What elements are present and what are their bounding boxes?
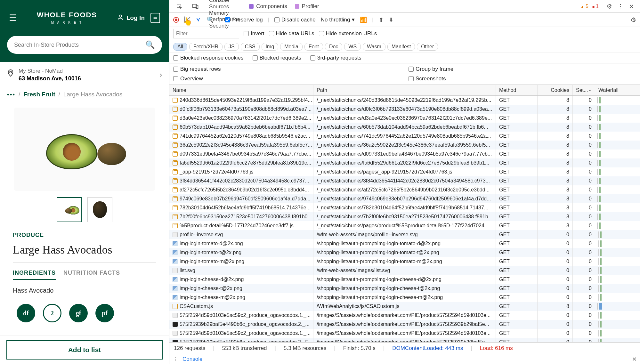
- warnings-count[interactable]: 5: [580, 4, 588, 9]
- blocked-response-cookies-checkbox[interactable]: Blocked response cookies: [173, 55, 244, 61]
- disable-cache-checkbox[interactable]: Disable cache: [274, 17, 316, 23]
- network-row[interactable]: 9749c069e83eb07b296d94760df2509606e1af4a…: [169, 194, 640, 203]
- tab-nutrition[interactable]: NUTRITION FACTS: [63, 270, 120, 280]
- network-row[interactable]: img-login-cheese-m@2x.png/shopping-list/…: [169, 293, 640, 302]
- network-row[interactable]: img-login-tomato-t@2x.png/shopping-list/…: [169, 248, 640, 257]
- network-row[interactable]: d097331ed9befa43467be0934b5a97c346c79aa7…: [169, 150, 640, 158]
- col-path[interactable]: Path: [313, 85, 496, 95]
- store-selector[interactable]: My Store - NoMad 63 Madison Ave, 10016 ›: [0, 62, 169, 88]
- drawer-console-tab[interactable]: Console: [182, 356, 202, 362]
- network-row[interactable]: _app-92191572d72e4fd07763.js/_next/stati…: [169, 167, 640, 176]
- filter-chip-other[interactable]: Other: [417, 43, 438, 51]
- file-type-icon: [173, 205, 178, 210]
- hide-extension-urls-checkbox[interactable]: Hide extension URLs: [319, 30, 377, 37]
- network-row[interactable]: CSACustom.js/WfmWebAnalytics/js/CSACusto…: [169, 302, 640, 311]
- network-row[interactable]: 782b30104d64f52b6fae4afd9bff5f7419b68514…: [169, 203, 640, 212]
- invert-checkbox[interactable]: Invert: [244, 30, 264, 37]
- filter-input[interactable]: [173, 29, 239, 38]
- col-method[interactable]: Method: [496, 85, 538, 95]
- network-table-body[interactable]: 240d336d8615de45093e2219f6ad199a7e32af19…: [169, 96, 640, 342]
- network-row[interactable]: list.svg/wfm-web-assets/images/list.svgG…: [169, 266, 640, 275]
- filter-chip-ws[interactable]: WS: [344, 43, 361, 51]
- network-row[interactable]: 60b573dab104add94bca59a62bdeb6beabdf671b…: [169, 123, 640, 132]
- network-row[interactable]: d0fc3f06b793133e60473a5190e808db88cf899d…: [169, 105, 640, 114]
- filter-chip-img[interactable]: Img: [262, 43, 279, 51]
- network-settings-icon[interactable]: ⚙: [630, 16, 636, 24]
- col-set-cookies[interactable]: Set...: [573, 85, 595, 95]
- col-waterfall[interactable]: Waterfall: [595, 85, 640, 95]
- breadcrumb-more[interactable]: •••: [7, 91, 15, 98]
- hide-data-urls-checkbox[interactable]: Hide data URLs: [269, 30, 314, 37]
- record-icon[interactable]: [173, 17, 179, 23]
- device-toolbar-icon[interactable]: [188, 0, 203, 12]
- shopping-list-icon[interactable]: [150, 13, 160, 23]
- hamburger-menu-icon[interactable]: ☰: [9, 13, 17, 23]
- filter-chip-media[interactable]: Media: [280, 43, 303, 51]
- network-row[interactable]: 575f25939b29baf5e4490b6c_produce_ogavoca…: [169, 320, 640, 329]
- filter-chip-css[interactable]: CSS: [241, 43, 260, 51]
- network-row[interactable]: fa6df5529d661a2022f9fd6cc27e875dd29bfea8…: [169, 158, 640, 167]
- third-party-requests-checkbox[interactable]: 3rd-party requests: [310, 55, 361, 61]
- thumbnail-2[interactable]: [87, 197, 112, 222]
- network-row[interactable]: 240d336d8615de45093e2219f6ad199a7e32af19…: [169, 96, 640, 105]
- login-button[interactable]: Log In: [117, 14, 145, 22]
- tab-ingredients[interactable]: INGREDIENTS: [13, 270, 56, 280]
- blocked-requests-checkbox[interactable]: Blocked requests: [253, 55, 301, 61]
- devtools-tab-sources[interactable]: Sources: [205, 4, 245, 10]
- search-icon[interactable]: 🔍: [145, 40, 155, 49]
- filter-chip-doc[interactable]: Doc: [325, 43, 342, 51]
- filter-funnel-icon[interactable]: ⛛: [196, 16, 201, 23]
- network-conditions-icon[interactable]: 📶: [360, 16, 367, 23]
- filter-chip-all[interactable]: All: [173, 43, 187, 51]
- network-row[interactable]: 3f84dd365441f442c02c2830d2c07504a349458c…: [169, 176, 640, 185]
- add-to-list-button[interactable]: Add to list: [6, 340, 163, 360]
- search-icon[interactable]: 🔍: [207, 16, 214, 23]
- network-row[interactable]: 575f2594d59d0103e5ac59c2_produce_ogavoca…: [169, 311, 640, 320]
- network-row[interactable]: 7b2f00fe6bc93150ea271523e501742760006438…: [169, 212, 640, 221]
- devtools-tab-console[interactable]: Console: [205, 0, 245, 4]
- preserve-log-checkbox[interactable]: Preserve log: [225, 17, 263, 23]
- filter-chip-js[interactable]: JS: [224, 43, 239, 51]
- col-cookies[interactable]: Cookies: [538, 85, 573, 95]
- overview-checkbox[interactable]: Overview: [173, 76, 401, 82]
- inspect-element-icon[interactable]: [172, 0, 187, 12]
- filter-chip-wasm[interactable]: Wasm: [363, 43, 385, 51]
- errors-count[interactable]: 1: [592, 4, 599, 9]
- search-bar[interactable]: 🔍: [7, 36, 162, 54]
- waterfall-bars: [597, 249, 638, 256]
- search-input[interactable]: [14, 42, 145, 48]
- network-row[interactable]: d3a0e423e0ec038236970a763142f201c7dc7ed6…: [169, 114, 640, 123]
- network-row[interactable]: %5Bproduct-detail%5D-177f224d70246eee3df…: [169, 221, 640, 230]
- network-row[interactable]: img-login-cheese-t@2x.png/shopping-list/…: [169, 284, 640, 293]
- group-by-frame-checkbox[interactable]: Group by frame: [409, 66, 636, 72]
- network-row[interactable]: 36a2c59022e2f3c945c4386c37eeaf59afa39559…: [169, 141, 640, 150]
- kebab-menu-icon[interactable]: ⋮: [617, 3, 624, 10]
- import-har-icon[interactable]: ⬆: [379, 16, 384, 23]
- big-request-rows-checkbox[interactable]: Big request rows: [173, 66, 401, 72]
- network-row[interactable]: img-login-cheese-d@2x.png/shopping-list/…: [169, 275, 640, 284]
- network-row[interactable]: af272c5cfc7265f5b2c8649b9b02d16f3c2e095c…: [169, 185, 640, 194]
- settings-gear-icon[interactable]: ⚙: [606, 3, 612, 10]
- plugin-components[interactable]: Components: [246, 3, 290, 10]
- brand-logo[interactable]: WHOLE FOODS M A R K E T: [37, 11, 97, 25]
- filter-chip-font[interactable]: Font: [304, 43, 323, 51]
- plugin-profiler[interactable]: Profiler: [292, 3, 322, 10]
- breadcrumb-link[interactable]: Fresh Fruit: [23, 91, 55, 98]
- throttling-select[interactable]: No throttling: [321, 16, 355, 23]
- network-row[interactable]: img-login-tomato-d@2x.png/shopping-list/…: [169, 239, 640, 248]
- network-row[interactable]: profile--inverse.svg/wfm-web-assets/imag…: [169, 230, 640, 239]
- filter-chip-fetchxhr[interactable]: Fetch/XHR: [189, 43, 223, 51]
- col-name[interactable]: Name: [169, 85, 313, 95]
- drawer-menu-icon[interactable]: ⋮: [173, 356, 178, 362]
- drawer-close-icon[interactable]: ✕: [632, 356, 637, 363]
- network-row[interactable]: 741dc99764452a62e120d5749e808adb685b9546…: [169, 132, 640, 141]
- screenshots-checkbox[interactable]: Screenshots: [409, 76, 636, 82]
- waterfall-bars: [597, 187, 638, 193]
- thumbnail-1[interactable]: [57, 197, 82, 222]
- export-har-icon[interactable]: ⬇: [389, 16, 393, 23]
- network-row[interactable]: 575f2594d59d0103e5ac59c2_produce_ogavoca…: [169, 329, 640, 338]
- close-devtools-icon[interactable]: ✕: [629, 3, 634, 10]
- filter-chip-manifest[interactable]: Manifest: [387, 43, 415, 51]
- network-row[interactable]: 575f25939b29baf5e4490b6c_produce_ogavoca…: [169, 338, 640, 342]
- network-row[interactable]: img-login-tomato-m@2x.png/shopping-list/…: [169, 257, 640, 266]
